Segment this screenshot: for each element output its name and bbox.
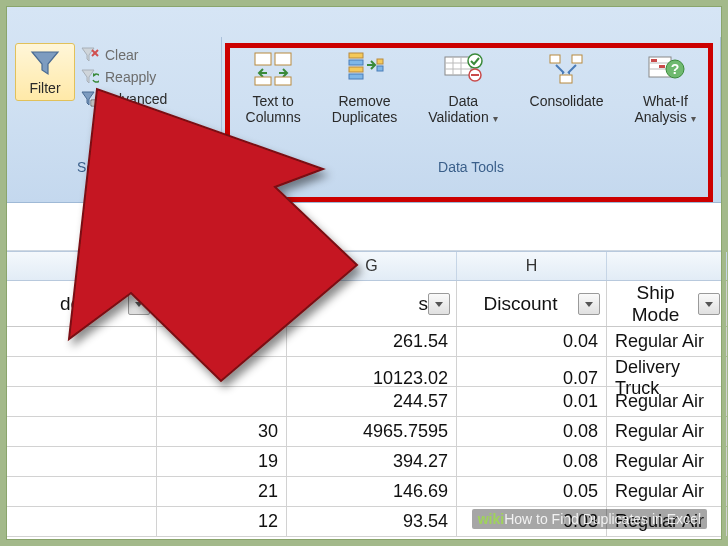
- svg-rect-11: [349, 74, 363, 79]
- cell[interactable]: [7, 477, 157, 506]
- header-cell: Ship Mode: [613, 282, 698, 326]
- svg-rect-13: [377, 66, 383, 71]
- spreadsheet: E G H de s Discount Ship Mode 261.540.04…: [7, 251, 721, 537]
- cell[interactable]: 0.01: [457, 387, 607, 416]
- svg-point-19: [468, 54, 482, 68]
- text-to-columns-label: Text to Columns: [246, 93, 301, 125]
- chevron-down-icon: ▾: [491, 113, 499, 124]
- cell[interactable]: Regular Air: [607, 417, 727, 446]
- svg-rect-7: [275, 77, 291, 85]
- ribbon-group-data-tools: Text to Columns Remove Duplicates Data V…: [222, 37, 721, 177]
- table-row[interactable]: 10123.020.07Delivery Truck: [7, 357, 721, 387]
- cell[interactable]: Regular Air: [607, 387, 727, 416]
- svg-rect-10: [349, 67, 363, 72]
- ribbon: Filter Clear Reapply: [7, 7, 721, 203]
- cell[interactable]: 244.57: [287, 387, 457, 416]
- table-row[interactable]: 19394.270.08Regular Air: [7, 447, 721, 477]
- cell[interactable]: 146.69: [287, 477, 457, 506]
- filter-dropdown-icon[interactable]: [698, 293, 720, 315]
- col-letter[interactable]: E: [7, 252, 157, 280]
- cell[interactable]: [157, 387, 287, 416]
- group-label-sort-filter: Sort & Filter: [7, 159, 221, 175]
- filter-dropdown-icon[interactable]: [578, 293, 600, 315]
- table-header-row: de s Discount Ship Mode: [7, 281, 721, 327]
- formula-bar-area: [7, 203, 721, 251]
- clear-filter-button[interactable]: Clear: [81, 47, 167, 63]
- cell[interactable]: 394.27: [287, 447, 457, 476]
- cell[interactable]: 0.05: [457, 477, 607, 506]
- whatif-label: What-If Analysis ▾: [635, 93, 697, 125]
- reapply-filter-button[interactable]: Reapply: [81, 69, 167, 85]
- svg-rect-24: [560, 75, 572, 83]
- cell[interactable]: 30: [157, 417, 287, 446]
- reapply-icon: [81, 69, 99, 85]
- table-row[interactable]: 261.540.04Regular Air: [7, 327, 721, 357]
- header-cell: Discount: [463, 293, 578, 315]
- group-label-data-tools: Data Tools: [222, 159, 720, 175]
- remove-duplicates-icon: [332, 49, 397, 89]
- cell[interactable]: [157, 327, 287, 356]
- cell[interactable]: Regular Air: [607, 447, 727, 476]
- cell[interactable]: Regular Air: [607, 477, 727, 506]
- col-letter[interactable]: G: [287, 252, 457, 280]
- col-letter[interactable]: H: [457, 252, 607, 280]
- chevron-down-icon: ▾: [689, 113, 697, 124]
- text-to-columns-button[interactable]: Text to Columns: [242, 47, 305, 127]
- table-row[interactable]: 244.570.01Regular Air: [7, 387, 721, 417]
- advanced-filter-button[interactable]: Advanced: [81, 91, 167, 107]
- svg-rect-28: [651, 59, 657, 62]
- svg-rect-29: [659, 65, 665, 68]
- funnel-icon: [30, 50, 60, 76]
- cell[interactable]: 93.54: [287, 507, 457, 536]
- cell[interactable]: 21: [157, 477, 287, 506]
- table-row[interactable]: 21146.690.05Regular Air: [7, 477, 721, 507]
- advanced-icon: [81, 91, 99, 107]
- data-validation-label: Data Validation ▾: [428, 93, 498, 125]
- cell[interactable]: 261.54: [287, 327, 457, 356]
- reapply-filter-label: Reapply: [105, 69, 156, 85]
- svg-rect-23: [572, 55, 582, 63]
- col-letter[interactable]: [157, 252, 287, 280]
- ribbon-group-sort-filter: Filter Clear Reapply: [7, 37, 222, 177]
- header-cell: s: [293, 293, 428, 315]
- header-cell: de: [13, 293, 128, 315]
- svg-rect-22: [550, 55, 560, 63]
- data-validation-button[interactable]: Data Validation ▾: [424, 47, 502, 127]
- cell[interactable]: [7, 507, 157, 536]
- column-letter-row: E G H: [7, 251, 721, 281]
- cell[interactable]: [7, 417, 157, 446]
- consolidate-button[interactable]: Consolidate: [526, 47, 608, 111]
- watermark-text: How to Find Duplicates in Excel: [504, 511, 701, 527]
- cell[interactable]: 0.04: [457, 327, 607, 356]
- filter-dropdown-icon[interactable]: [428, 293, 450, 315]
- cell[interactable]: 0.08: [457, 417, 607, 446]
- cell[interactable]: 0.08: [457, 447, 607, 476]
- col-letter[interactable]: [607, 252, 727, 280]
- data-validation-icon: [428, 49, 498, 89]
- whatif-analysis-button[interactable]: ? What-If Analysis ▾: [631, 47, 701, 127]
- table-row[interactable]: 304965.75950.08Regular Air: [7, 417, 721, 447]
- filter-dropdown-icon[interactable]: [128, 293, 150, 315]
- cell[interactable]: 4965.7595: [287, 417, 457, 446]
- cell[interactable]: 12: [157, 507, 287, 536]
- remove-duplicates-button[interactable]: Remove Duplicates: [328, 47, 401, 127]
- filter-button[interactable]: Filter: [15, 43, 75, 101]
- whatif-icon: ?: [635, 49, 697, 89]
- cell[interactable]: [7, 447, 157, 476]
- svg-text:?: ?: [671, 61, 680, 77]
- cell[interactable]: 19: [157, 447, 287, 476]
- cell[interactable]: Regular Air: [607, 327, 727, 356]
- svg-rect-12: [377, 59, 383, 64]
- remove-duplicates-label: Remove Duplicates: [332, 93, 397, 125]
- cell[interactable]: [7, 327, 157, 356]
- consolidate-label: Consolidate: [530, 93, 604, 109]
- svg-rect-9: [349, 60, 363, 65]
- filter-button-label: Filter: [18, 80, 72, 96]
- svg-rect-8: [349, 53, 363, 58]
- clear-filter-label: Clear: [105, 47, 138, 63]
- cell[interactable]: [7, 387, 157, 416]
- text-to-columns-icon: [246, 49, 301, 89]
- svg-rect-14: [445, 57, 471, 75]
- svg-rect-6: [255, 77, 271, 85]
- advanced-filter-label: Advanced: [105, 91, 167, 107]
